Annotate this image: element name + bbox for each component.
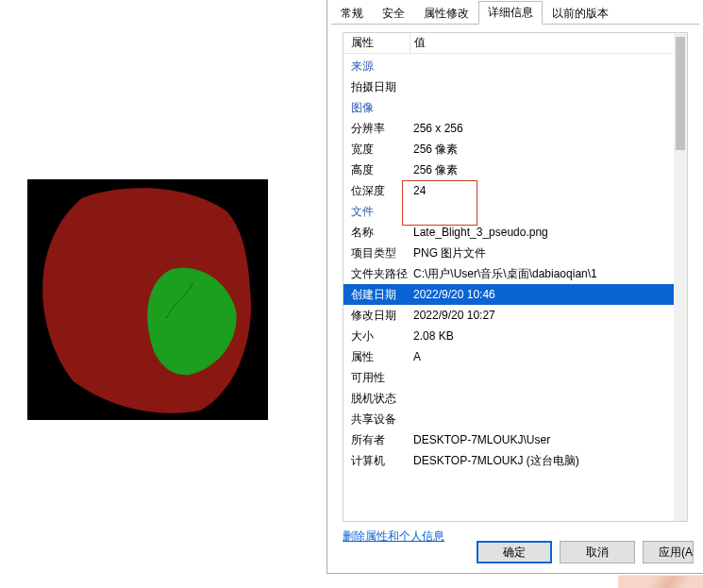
row-height[interactable]: 高度 256 像素 bbox=[343, 160, 687, 180]
tab-prop-mod[interactable]: 属性修改 bbox=[414, 2, 478, 25]
tab-strip: 常规 安全 属性修改 详细信息 以前的版本 bbox=[331, 2, 699, 25]
tab-previous[interactable]: 以前的版本 bbox=[543, 2, 618, 25]
row-folder-path[interactable]: 文件夹路径 C:\用户\User\音乐\桌面\dabiaoqian\1 bbox=[343, 263, 687, 284]
row-modified[interactable]: 修改日期 2022/9/20 10:27 bbox=[343, 305, 687, 326]
tab-security[interactable]: 安全 bbox=[373, 2, 414, 25]
scrollbar-vertical[interactable] bbox=[674, 33, 687, 521]
row-name[interactable]: 名称 Late_Blight_3_pseudo.png bbox=[343, 222, 687, 243]
background-decor bbox=[618, 575, 703, 588]
tab-details[interactable]: 详细信息 bbox=[478, 1, 543, 25]
pseudo-color-image bbox=[27, 179, 268, 420]
header-value[interactable]: 值 bbox=[410, 33, 687, 53]
apply-button[interactable]: 应用(A bbox=[643, 541, 694, 563]
row-computer[interactable]: 计算机 DESKTOP-7MLOUKJ (这台电脑) bbox=[343, 450, 687, 471]
section-image: 图像 bbox=[343, 97, 687, 118]
properties-dialog: 常规 安全 属性修改 详细信息 以前的版本 属性 值 来源 拍摄日期 图像 分辨… bbox=[326, 0, 703, 574]
row-resolution[interactable]: 分辨率 256 x 256 bbox=[343, 118, 687, 139]
row-owner[interactable]: 所有者 DESKTOP-7MLOUKJ\User bbox=[343, 429, 687, 450]
row-item-type[interactable]: 项目类型 PNG 图片文件 bbox=[343, 243, 687, 263]
row-shared[interactable]: 共享设备 bbox=[343, 409, 687, 429]
row-width[interactable]: 宽度 256 像素 bbox=[343, 139, 687, 160]
row-bit-depth[interactable]: 位深度 24 bbox=[343, 180, 687, 201]
row-created[interactable]: 创建日期 2022/9/20 10:46 bbox=[343, 284, 687, 305]
ok-button[interactable]: 确定 bbox=[477, 541, 552, 563]
row-offline[interactable]: 脱机状态 bbox=[343, 388, 687, 409]
row-attributes[interactable]: 属性 A bbox=[343, 346, 687, 367]
row-date-taken[interactable]: 拍摄日期 bbox=[343, 76, 687, 97]
scrollbar-thumb[interactable] bbox=[676, 37, 685, 150]
header-property[interactable]: 属性 bbox=[351, 35, 410, 51]
cancel-button[interactable]: 取消 bbox=[560, 541, 635, 563]
row-availability[interactable]: 可用性 bbox=[343, 367, 687, 388]
tab-general[interactable]: 常规 bbox=[331, 2, 373, 25]
dialog-buttons: 确定 取消 应用(A bbox=[477, 541, 694, 563]
delete-properties-link[interactable]: 删除属性和个人信息 bbox=[343, 529, 444, 545]
row-size[interactable]: 大小 2.08 KB bbox=[343, 326, 687, 346]
section-file: 文件 bbox=[343, 201, 687, 222]
section-source: 来源 bbox=[343, 56, 687, 76]
image-preview bbox=[27, 179, 268, 420]
details-pane: 属性 值 来源 拍摄日期 图像 分辨率 256 x 256 宽度 256 像素 bbox=[343, 32, 688, 522]
column-header: 属性 值 bbox=[343, 33, 687, 54]
